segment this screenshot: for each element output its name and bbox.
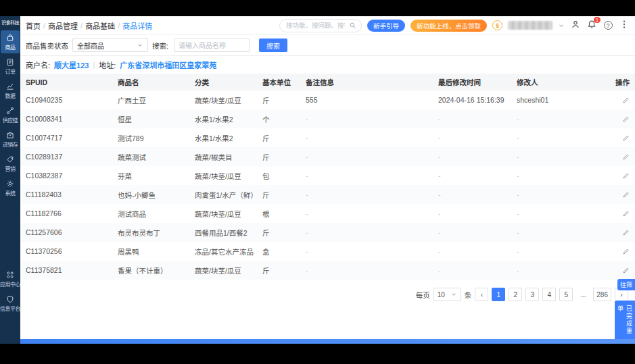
table-row: C10289137蔬菜测试蔬菜/椒类目斤--- [20,147,635,166]
table-cell: - [306,228,438,236]
page-button[interactable]: 286 [593,288,611,301]
table-cell: C11375821 [26,266,118,274]
promo-button[interactable]: 新功能上线，点击领取 [410,20,487,32]
page-button[interactable]: 5 [559,288,573,301]
data-icon [6,82,14,90]
merchant-address-link[interactable]: 广东省深圳市福田区皇家翠苑 [120,59,216,70]
edit-button[interactable] [622,153,630,161]
sidebar-item-label: 系统 [5,189,16,197]
edit-button[interactable] [622,97,630,104]
page-button[interactable]: 3 [525,288,539,301]
table-cell: - [438,190,517,199]
table-cell: 水果1/水果2 [195,133,262,143]
table-cell: 蔬菜/块茎/瓜豆 [195,265,262,276]
coin-icon[interactable]: $ [492,20,502,30]
table-cell: 斤 [262,265,306,276]
table-cell: 肉禽蛋1/水产（鲜） [195,190,262,200]
breadcrumb-item[interactable]: 首页 [26,20,41,31]
supply-icon [6,107,14,115]
sidebar-item-inventory[interactable]: 进销存 [1,128,20,151]
table-cell: 蔬菜/块茎/瓜豆 [195,171,262,181]
sidebar-item-label: 数据 [5,92,16,99]
sidebar-item-system[interactable]: 系统 [1,176,20,199]
table-cell: - [517,228,601,236]
chevron-down-icon[interactable] [558,22,565,29]
edit-button[interactable] [622,134,630,142]
sidebar-item-goods[interactable]: 商品 [1,30,20,53]
edit-button[interactable] [622,267,630,274]
sidebar-item-label: 应用中心 [0,280,20,288]
table-cell: C11182766 [26,209,118,217]
sidebar-item-orders[interactable]: 订单 [1,55,20,78]
edit-button[interactable] [622,172,630,180]
table-cell: C10382387 [26,172,118,180]
breadcrumb-separator: / [118,22,120,30]
sidebar-menu: 商品订单数据供应链进销存营销系统 [0,30,20,200]
edit-icon [622,172,630,180]
column-header: 分类 [195,77,262,87]
sidebar-item-supply[interactable]: 供应链 [1,103,20,126]
table-cell: - [517,247,601,255]
prev-page-button[interactable]: ‹ [475,288,488,301]
table-header: SPUID商品名分类基本单位备注信息最后修改时间修改人操作 [20,74,635,90]
status-filter-label: 商品售卖状态 [26,41,68,51]
global-search[interactable] [279,19,362,32]
column-header: 修改人 [517,77,601,87]
edit-button[interactable] [622,210,630,217]
search-button[interactable]: 搜索 [259,38,287,52]
merchant-name-label: 商户名: [26,59,50,70]
table-cell: C10074717 [26,134,118,142]
sidebar-item-marketing[interactable]: 营销 [1,152,20,175]
marketing-icon [6,155,14,163]
table-cell: C10289137 [26,153,118,161]
sidebar-item-data[interactable]: 数据 [1,79,20,102]
table-cell: 蔬菜测试 [118,152,195,162]
page-button[interactable]: 4 [542,288,556,301]
sidebar-item-platform[interactable]: 信息平台 [1,292,20,315]
inventory-icon [6,131,14,139]
topbar: 首页/商品管理/商品基础/商品详情 新手引导 新功能上线，点击领取 $ [20,16,635,35]
more-menu-button[interactable] [619,20,630,31]
table-row: C11257606布灵布灵布丁西餐用品1/西餐2斤--- [20,223,635,242]
edit-button[interactable] [622,191,630,199]
merchant-row: 商户名: 顺大星123 | 地址: 广东省深圳市福田区皇家翠苑 [20,56,635,74]
account-name-blurred[interactable] [508,21,552,30]
table-cell: 2024-04-16 15:16:39 [438,96,517,104]
question-icon: ? [604,21,613,30]
breadcrumb-item[interactable]: 商品详情 [122,20,152,31]
main-content: 首页/商品管理/商品基础/商品详情 新手引导 新功能上线，点击领取 $ [20,16,635,344]
table-cell: - [517,190,601,199]
table-cell: 蔬菜/块茎/瓜豆 [195,209,262,219]
float-tag-completed-orders[interactable]: 已完成重单 [615,301,635,344]
global-search-input[interactable] [285,21,346,30]
edit-button[interactable] [622,229,630,236]
help-button[interactable]: ? [603,20,613,31]
breadcrumb-item[interactable]: 商品管理 [48,20,78,31]
apps-icon [6,271,14,279]
table-cell: 测试商品 [118,209,195,219]
table-cell: 芬菜 [118,171,195,181]
notification-button[interactable]: 1 [586,20,597,31]
float-tag-filter[interactable]: 往筛 [617,279,635,290]
page-button[interactable]: 2 [509,288,522,301]
merchant-name-link[interactable]: 顺大星123 [54,59,89,70]
sidebar-bottom-menu: 应用中心信息平台 [0,267,20,315]
sidebar-item-label: 进销存 [3,140,18,148]
status-filter-select[interactable]: 全部商品 [72,38,148,52]
sidebar-item-apps[interactable]: 应用中心 [1,267,20,290]
guide-button[interactable]: 新手引导 [367,20,405,32]
edit-button[interactable] [622,248,630,255]
page-button[interactable]: 1 [492,288,505,301]
column-header: 最后修改时间 [438,77,517,87]
customer-service-button[interactable] [570,20,581,31]
table-cell: C11257606 [26,228,118,236]
table-cell: 广西土豆 [118,95,195,105]
column-header: SPUID [26,78,118,86]
page-size-select[interactable]: 10 [433,288,461,301]
breadcrumb-item[interactable]: 商品基础 [85,20,115,31]
table-row: C11370256周黑鸭冻品/其它水产冻品盒--- [20,242,635,261]
product-name-input[interactable] [174,38,250,52]
table-cell: - [517,115,601,123]
edit-button[interactable] [622,115,630,123]
table-cell: 斤 [262,152,306,162]
